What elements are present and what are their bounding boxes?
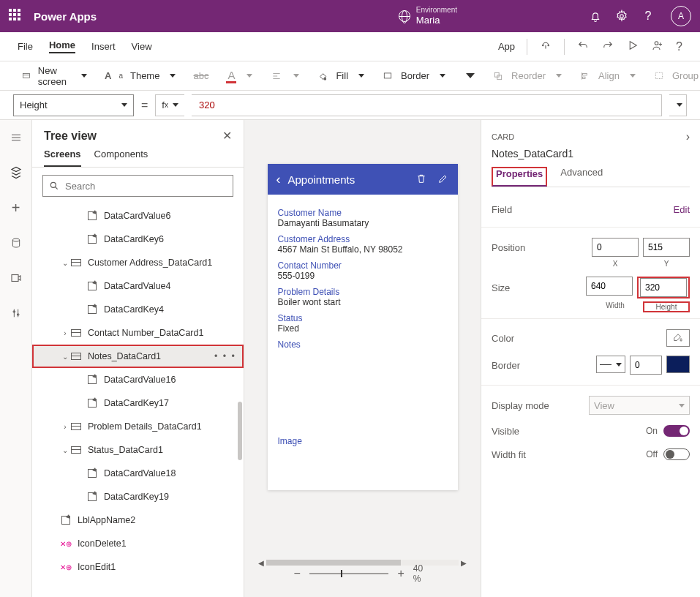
menu-app[interactable]: App xyxy=(498,41,515,52)
theme-button[interactable]: Aa Theme xyxy=(96,61,184,90)
edit-card-icon xyxy=(86,234,98,244)
share-icon[interactable] xyxy=(651,39,664,54)
tree-item-label: Contact Number_DataCard1 xyxy=(88,328,203,338)
tab-properties[interactable]: Properties xyxy=(492,167,547,187)
environment-picker[interactable]: Environment Maria xyxy=(399,6,457,26)
zoom-in-button[interactable]: + xyxy=(397,567,404,580)
visible-toggle[interactable] xyxy=(663,425,690,437)
checker-icon[interactable] xyxy=(539,39,552,54)
field-value: 4567 Main St Buffalo, NY 98052 xyxy=(278,244,448,255)
tree-item[interactable]: ›Problem Details_DataCard1 xyxy=(32,415,244,438)
chevron-right-icon[interactable]: › xyxy=(60,423,70,431)
tree-item[interactable]: DataCardKey4 xyxy=(32,298,244,321)
pencil-icon[interactable] xyxy=(437,173,449,187)
color-swatch[interactable] xyxy=(666,329,690,347)
play-icon[interactable] xyxy=(626,39,639,54)
new-screen-label: New screen xyxy=(38,65,71,87)
tab-screens[interactable]: Screens xyxy=(44,149,81,167)
tree-item[interactable]: DataCardKey6 xyxy=(32,228,244,251)
formula-input[interactable]: 320 xyxy=(192,94,662,116)
more-icon[interactable]: • • • xyxy=(214,351,236,361)
tree-item[interactable]: DataCardKey17 xyxy=(32,391,244,415)
equals-sign: = xyxy=(141,99,148,112)
tree-item[interactable]: ›Contact Number_DataCard1 xyxy=(32,321,244,345)
tree-item[interactable]: DataCardKey19 xyxy=(32,485,244,508)
formula-expand[interactable] xyxy=(669,94,687,116)
tree-view-icon[interactable] xyxy=(7,164,25,181)
border-width-input[interactable] xyxy=(630,356,662,375)
position-x-input[interactable] xyxy=(592,238,639,257)
display-mode-dropdown[interactable]: View xyxy=(589,396,690,415)
widthfit-toggle[interactable] xyxy=(663,448,690,460)
svg-rect-12 xyxy=(12,275,18,282)
menu-home[interactable]: Home xyxy=(49,40,75,53)
tree-item[interactable]: ✕⊕IconDelete1 xyxy=(32,532,244,555)
fill-button[interactable]: Fill xyxy=(308,61,373,90)
scroll-left-icon[interactable]: ◀ xyxy=(256,559,266,567)
new-screen-button[interactable]: New screen xyxy=(13,61,96,90)
waffle-icon[interactable] xyxy=(9,9,23,23)
field-label: Image xyxy=(278,436,448,446)
insert-icon[interactable]: + xyxy=(7,199,25,217)
border-color-swatch[interactable] xyxy=(666,356,690,373)
visible-label: Visible xyxy=(492,426,646,437)
svg-rect-4 xyxy=(23,73,29,78)
help-icon[interactable]: ? xyxy=(641,10,655,23)
tab-components[interactable]: Components xyxy=(94,149,148,167)
search-field[interactable] xyxy=(65,181,227,192)
bell-icon[interactable] xyxy=(589,10,602,23)
close-icon[interactable]: ✕ xyxy=(222,129,232,143)
tab-advanced[interactable]: Advanced xyxy=(560,167,603,187)
tree-item[interactable]: ⌄Status_DataCard1 xyxy=(32,438,244,462)
chevron-down-icon[interactable]: ⌄ xyxy=(60,446,70,454)
card-icon xyxy=(70,351,82,361)
tree-item[interactable]: DataCardValue6 xyxy=(32,204,244,228)
menu-file[interactable]: File xyxy=(18,41,33,52)
border-button[interactable]: Border xyxy=(373,61,454,90)
hamburger-icon[interactable] xyxy=(7,129,25,146)
ribbon-expand[interactable] xyxy=(454,61,483,90)
redo-icon[interactable] xyxy=(601,39,614,54)
chevron-right-icon[interactable]: › xyxy=(60,329,70,337)
border-style-dropdown[interactable] xyxy=(596,356,625,373)
display-mode-label: Display mode xyxy=(492,400,589,411)
scrollbar-thumb[interactable] xyxy=(238,402,242,460)
menu-view[interactable]: View xyxy=(132,41,152,52)
height-input[interactable] xyxy=(640,278,687,297)
tree-item[interactable]: ⌄Customer Address_DataCard1 xyxy=(32,251,244,274)
tools-icon[interactable] xyxy=(7,304,25,322)
undo-icon[interactable] xyxy=(576,39,590,54)
tree-item[interactable]: LblAppName2 xyxy=(32,508,244,532)
zoom-out-button[interactable]: − xyxy=(293,567,300,580)
search-input[interactable] xyxy=(42,175,233,197)
data-icon[interactable] xyxy=(7,234,25,252)
position-label: Position xyxy=(492,242,592,253)
position-y-input[interactable] xyxy=(643,238,690,257)
chevron-down-icon[interactable]: ⌄ xyxy=(60,353,70,361)
edit-link[interactable]: Edit xyxy=(674,204,690,215)
trash-icon[interactable] xyxy=(415,173,427,187)
size-label: Size xyxy=(492,282,586,293)
chevron-right-icon[interactable]: › xyxy=(686,130,690,143)
property-selector[interactable]: Height xyxy=(13,94,134,116)
zoom-slider[interactable] xyxy=(309,573,389,574)
scroll-right-icon[interactable]: ▶ xyxy=(459,559,469,567)
edit-card-icon xyxy=(86,281,98,291)
tree-item[interactable]: DataCardValue4 xyxy=(32,274,244,298)
field-value: Damayanti Basumatary xyxy=(278,218,448,228)
fx-button[interactable]: fx xyxy=(155,94,184,116)
avatar[interactable]: A xyxy=(671,6,691,26)
tree-item[interactable]: ✕⊕IconEdit1 xyxy=(32,555,244,579)
chevron-down-icon[interactable]: ⌄ xyxy=(60,259,70,267)
back-icon[interactable]: ‹ xyxy=(276,172,281,187)
media-icon[interactable] xyxy=(7,269,25,287)
help-icon-2[interactable]: ? xyxy=(676,40,682,53)
tree-item[interactable]: DataCardValue16 xyxy=(32,368,244,391)
gear-icon[interactable] xyxy=(615,10,628,23)
app-preview[interactable]: ‹ Appointments Customer Name Damayanti B… xyxy=(268,164,458,490)
edit-card-icon xyxy=(86,492,98,502)
width-input[interactable] xyxy=(586,277,633,296)
menu-insert[interactable]: Insert xyxy=(91,41,116,52)
tree-item[interactable]: DataCardValue18 xyxy=(32,462,244,485)
tree-item-selected[interactable]: ⌄Notes_DataCard1• • • xyxy=(32,345,244,368)
